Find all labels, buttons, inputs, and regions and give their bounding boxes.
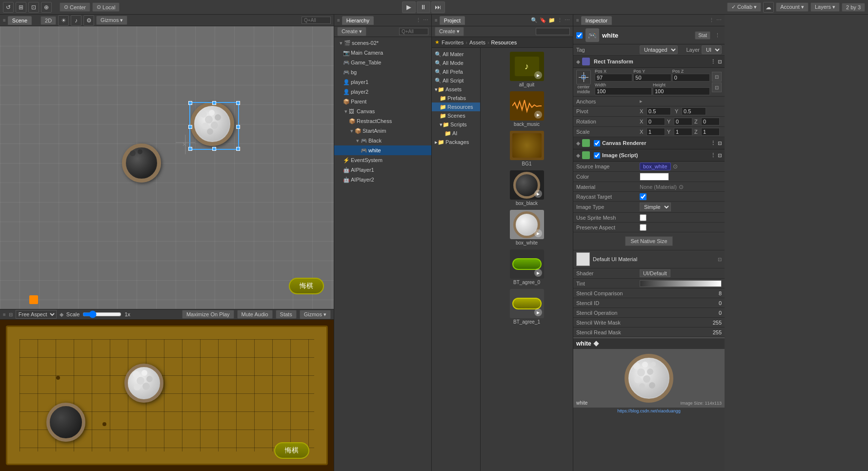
canvas-renderer-header[interactable]: ◈ Canvas Renderer ⋮ ⊡: [573, 137, 725, 149]
asset-box-white[interactable]: ▶ box_white: [483, 208, 571, 247]
asset-bt-agree-1[interactable]: ▶ BT_agree_1: [483, 287, 571, 327]
scale-x-input[interactable]: [646, 128, 665, 136]
lighting-btn[interactable]: ☀: [58, 15, 69, 26]
tree-parent[interactable]: 📦 Parent: [334, 97, 431, 106]
step-btn[interactable]: ⏭: [431, 1, 445, 13]
select-source-btn[interactable]: ⊙: [673, 163, 678, 170]
use-sprite-checkbox[interactable]: [640, 214, 646, 221]
project-search[interactable]: [536, 28, 570, 35]
play-overlay-3[interactable]: ▶: [534, 190, 542, 198]
grid-btn[interactable]: ⊞: [16, 2, 26, 13]
play-overlay-4[interactable]: ▶: [534, 229, 542, 237]
inspector-tab[interactable]: Inspector: [581, 16, 612, 25]
preserve-checkbox[interactable]: [640, 224, 646, 231]
rect-transform-header[interactable]: ◈ Rect Transform ⋮ ⊡: [573, 56, 725, 68]
asset-bt-agree-0[interactable]: ▶ BT_agree_0: [483, 247, 571, 287]
cloud-btn[interactable]: ☁: [763, 2, 774, 13]
height-input[interactable]: [653, 87, 710, 95]
asset-back-music[interactable]: ▶ back_music: [483, 89, 571, 129]
proj-scenes[interactable]: 📁Scenes: [432, 111, 480, 120]
tag-select[interactable]: Untagged: [640, 45, 678, 54]
layout-btn[interactable]: 2 by 3: [842, 3, 865, 12]
play-overlay-1[interactable]: ▶: [534, 71, 542, 79]
canvas-renderer-checkbox[interactable]: [594, 140, 600, 146]
audio-btn[interactable]: ♪: [71, 15, 81, 26]
pos-x-input[interactable]: [595, 74, 632, 82]
collab-btn[interactable]: ✓Collab ▾: [727, 2, 761, 12]
play-overlay-6[interactable]: ▶: [534, 308, 542, 316]
expand-btn-2[interactable]: ⊡: [712, 82, 722, 92]
play-overlay-5[interactable]: ▶: [534, 269, 542, 277]
image-script-checkbox[interactable]: [594, 152, 600, 159]
tree-aiplayer2[interactable]: 🤖 AIPlayer2: [334, 175, 431, 184]
proj-all-mat[interactable]: 🔍All Mater: [432, 50, 480, 59]
layers-btn[interactable]: Layers ▾: [810, 2, 840, 12]
tree-canvas[interactable]: ▾ 🖼 Canvas: [334, 106, 431, 116]
anchor-preset-btn[interactable]: [576, 70, 591, 84]
tint-bar[interactable]: [640, 280, 722, 287]
space-btn[interactable]: ⊙Local: [92, 2, 120, 12]
tab-scene[interactable]: Scene: [8, 16, 32, 25]
target-btn[interactable]: ⊕: [41, 2, 52, 13]
image-type-select[interactable]: Simple: [640, 203, 671, 211]
pivot-y-input[interactable]: [682, 107, 706, 115]
resign-btn-scene[interactable]: 悔棋: [289, 278, 324, 294]
select-material-btn[interactable]: ⊙: [679, 184, 684, 190]
scene-root[interactable]: ▾ 🎬 scenes-02*: [334, 38, 431, 48]
refresh-btn[interactable]: ↺: [3, 2, 14, 13]
stats-btn[interactable]: Stats: [276, 310, 297, 319]
play-overlay-2[interactable]: ▶: [534, 111, 542, 119]
scale-y-input[interactable]: [674, 128, 692, 136]
material-menu-btn[interactable]: ⊡: [718, 257, 722, 262]
tree-white[interactable]: 🎮 white: [334, 145, 431, 155]
color-swatch[interactable]: [640, 173, 669, 181]
scene-search[interactable]: [302, 17, 331, 24]
hierarchy-tab[interactable]: Hierarchy: [342, 16, 374, 25]
rot-z-input[interactable]: [701, 118, 720, 125]
status-btn[interactable]: Stat: [695, 31, 710, 40]
proj-all-scr[interactable]: 🔍All Script: [432, 76, 480, 85]
asset-bg1[interactable]: BG1: [483, 129, 571, 168]
width-input[interactable]: [595, 87, 652, 95]
aspect-select[interactable]: Free Aspect: [16, 310, 57, 319]
play-btn[interactable]: ▶: [402, 1, 416, 13]
effects-btn[interactable]: ⚙: [83, 15, 94, 26]
tree-eventsystem[interactable]: ⚡ EventSystem: [334, 155, 431, 165]
tree-rstract[interactable]: 📦 RestractChess: [334, 116, 431, 126]
proj-all-pref[interactable]: 🔍All Prefa: [432, 67, 480, 76]
pause-btn[interactable]: ⏸: [417, 1, 430, 13]
asset-all-quit[interactable]: ♪ ▶ all_quit: [483, 50, 571, 89]
mute-btn[interactable]: Mute Audio: [237, 310, 273, 319]
raycast-checkbox[interactable]: [640, 193, 646, 200]
inspector-menu-btn[interactable]: ⋮: [713, 32, 722, 39]
hierarchy-create-btn[interactable]: Create ▾: [337, 27, 366, 36]
expand-btn-1[interactable]: ⊡: [712, 72, 722, 82]
tree-game-table[interactable]: 🎮 Game_Table: [334, 58, 431, 67]
maximize-btn[interactable]: Maximize On Play: [182, 310, 234, 319]
tree-aiplayer1[interactable]: 🤖 AIPlayer1: [334, 165, 431, 175]
proj-ai[interactable]: 📁AI: [432, 129, 480, 138]
pos-z-input[interactable]: [672, 74, 710, 82]
tree-player2[interactable]: 👤 player2: [334, 87, 431, 97]
scale-slider[interactable]: [82, 310, 121, 318]
proj-prefabs[interactable]: 📁Prefabs: [432, 94, 480, 102]
scene-white-piece[interactable]: [190, 102, 234, 146]
scene-black-piece[interactable]: [122, 143, 161, 183]
account-btn[interactable]: Account ▾: [776, 2, 808, 12]
rot-x-input[interactable]: [646, 118, 665, 125]
proj-assets[interactable]: ▾📁Assets: [432, 85, 480, 94]
shader-value[interactable]: UI/Default: [640, 269, 670, 277]
tree-bg[interactable]: 🎮 bg: [334, 67, 431, 77]
scene-view[interactable]: ✕ 悔棋: [0, 26, 334, 309]
project-tab[interactable]: Project: [440, 16, 465, 25]
move-tool[interactable]: ✕: [176, 135, 195, 154]
proj-packages[interactable]: ▸📁Packages: [432, 138, 480, 146]
pivot-btn[interactable]: ⊙Center: [60, 2, 90, 12]
tree-startanim[interactable]: ▾ 📦 StartAnim: [334, 126, 431, 136]
asset-box-black[interactable]: ▶ box_black: [483, 168, 571, 208]
tree-black[interactable]: ▾ 🎮 Black: [334, 136, 431, 145]
layer-select[interactable]: UI: [702, 45, 722, 54]
proj-scripts[interactable]: ▾📁Scripts: [432, 120, 480, 129]
gizmos-game-btn[interactable]: Gizmos ▾: [300, 310, 331, 319]
source-image-btn[interactable]: box_white: [640, 163, 671, 170]
